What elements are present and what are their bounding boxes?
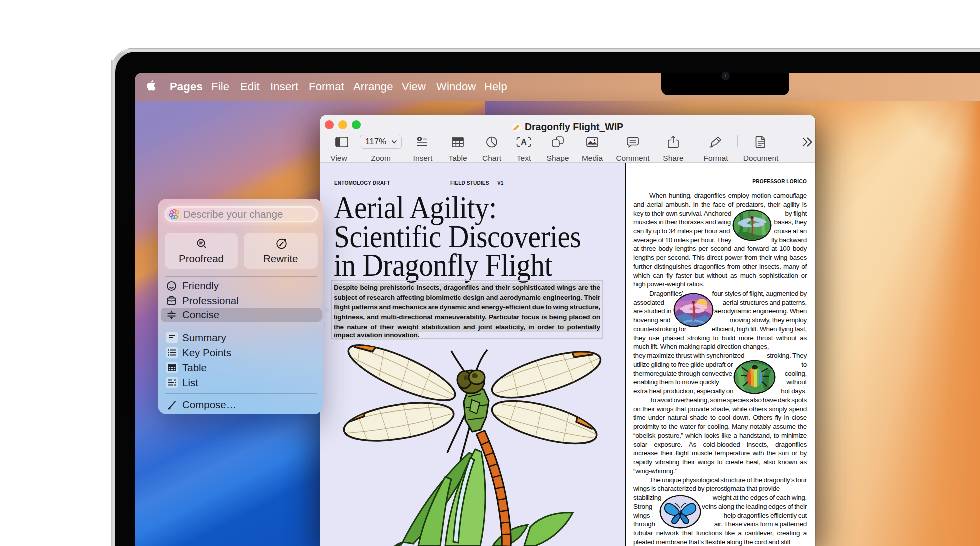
svg-text:A: A	[521, 138, 527, 146]
